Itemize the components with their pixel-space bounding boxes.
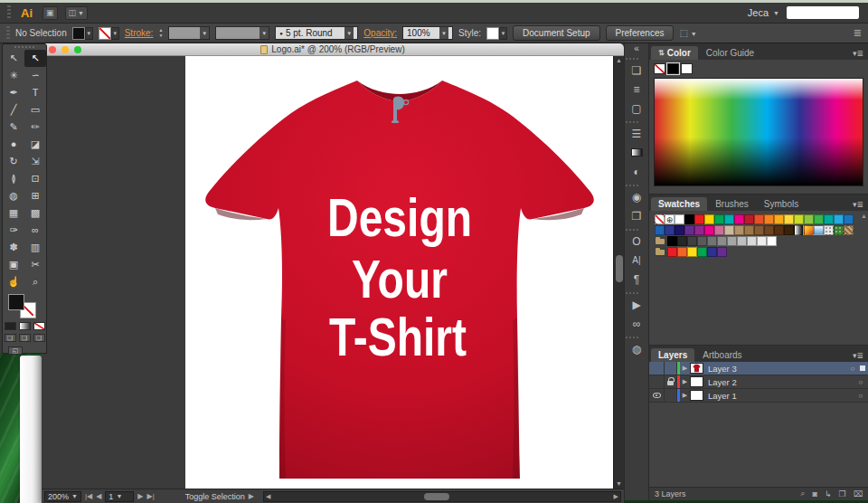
swatch-group-folder-icon[interactable] [655,247,667,257]
cycle-color-icon[interactable]: ⇅ [658,49,665,57]
gradient-mode-button[interactable] [19,322,31,330]
swatch[interactable] [675,225,684,235]
document-titlebar[interactable]: Logo.ai* @ 200% (RGB/Preview) [42,43,624,56]
style-control[interactable]: ▼ [486,27,507,40]
swatch-pat-dots[interactable] [824,225,834,235]
chevron-down-icon[interactable]: ▼ [259,27,269,39]
blend-tool[interactable]: ∞ [24,222,46,239]
tab-symbols[interactable]: Symbols [757,197,806,211]
layer-target-icon[interactable]: ○ [854,378,868,386]
layer-thumbnail[interactable] [690,363,703,374]
preferences-button[interactable]: Preferences [606,25,675,41]
swatch-none[interactable] [655,214,665,224]
swatch[interactable] [757,236,767,246]
scroll-up-icon[interactable]: ▲ [616,56,622,65]
width-profile-select[interactable]: ▼ [215,26,269,40]
gradient-panel-button[interactable] [626,143,647,162]
horizontal-scroll-thumb[interactable] [424,493,449,500]
stroke-weight-stepper[interactable]: ▲▼ [158,28,163,38]
swatch[interactable] [774,214,784,224]
stroke-color-control[interactable]: ▼ [99,27,119,40]
none-mode-button[interactable] [33,322,45,330]
disclosure-triangle-icon[interactable]: ▶ [680,378,690,385]
swatch[interactable] [697,236,707,246]
hand-tool[interactable]: ☝ [3,273,24,290]
opentype-panel-button[interactable]: O [626,232,647,251]
swatch[interactable] [744,214,754,224]
scroll-left-icon[interactable]: ◀ [266,492,270,501]
layer-target-icon[interactable]: ○ [845,365,860,373]
document-setup-button[interactable]: Document Setup [513,25,600,41]
brush-definition-select[interactable]: ●5 pt. Round▼ [275,26,358,40]
swatch[interactable] [754,214,764,224]
swatch[interactable] [717,247,727,257]
swatch[interactable] [764,214,774,224]
layer-visibility-toggle[interactable] [649,375,665,388]
chevron-down-icon[interactable]: ▼ [200,27,209,39]
character-panel-button[interactable]: A| [626,251,647,270]
swatch[interactable] [834,214,844,224]
artboard[interactable]: Design Your T-Shirt [185,56,613,489]
stroke-swatch-none[interactable] [99,27,111,40]
opacity-panel-link[interactable]: Opacity: [363,28,397,38]
layer-lock-toggle[interactable] [665,389,677,402]
swatch[interactable] [814,214,824,224]
swatch-grad-warm[interactable] [804,225,814,235]
swatch[interactable] [774,225,784,235]
swatch[interactable] [767,236,777,246]
swatch[interactable] [677,236,687,246]
swatch[interactable] [707,236,717,246]
slice-tool[interactable]: ✂ [24,256,46,273]
tab-color-guide[interactable]: Color Guide [699,46,761,60]
status-flyout-icon[interactable]: ▶ [249,492,254,500]
swatch[interactable] [684,214,694,224]
screen-mode-button[interactable]: ◱ [8,346,23,355]
chevron-down-icon[interactable]: ▼ [344,27,354,39]
color-none-swatch[interactable] [654,63,665,74]
go-to-bridge-button[interactable]: ▣ [42,6,58,20]
swatch[interactable] [794,214,804,224]
color-mode-button[interactable] [5,322,16,330]
first-artboard-button[interactable]: |◀ [85,492,92,500]
swatch[interactable] [747,236,757,246]
swatch[interactable] [784,214,794,224]
symbol-sprayer-tool[interactable]: ✽ [3,239,24,256]
shape-builder-tool[interactable]: ◍ [3,187,24,204]
perspective-grid-tool[interactable]: ⊞ [24,187,46,204]
swatch[interactable] [667,236,677,246]
links-panel-button[interactable]: ∞ [626,314,647,333]
swatch[interactable] [844,214,854,224]
swatch[interactable] [655,225,665,235]
vertical-scroll-thumb[interactable] [616,255,623,282]
artboard-tool[interactable]: ▣ [3,256,24,273]
layer-visibility-toggle[interactable] [649,362,665,375]
transform-panel-button[interactable]: ▢ [626,99,647,118]
color-black-swatch[interactable] [667,63,679,74]
swatch[interactable] [667,247,677,257]
locate-object-icon[interactable]: ⌕ [801,489,806,498]
arrange-documents-button[interactable]: ◫ ▼ [65,6,88,20]
width-tool[interactable]: ≬ [3,170,24,187]
free-transform-tool[interactable]: ⊡ [24,170,46,187]
swatch-pat-tex[interactable] [844,225,854,235]
canvas-pasteboard[interactable]: Design Your T-Shirt ▲ ▼ [42,56,624,489]
delete-layer-icon[interactable]: ⌧ [854,489,863,498]
swatch[interactable] [704,214,714,224]
swatch[interactable] [754,225,764,235]
layer-name[interactable]: Layer 3 [708,364,845,374]
swatch[interactable] [784,225,794,235]
layer-name[interactable]: Layer 2 [708,377,854,387]
swatch[interactable] [727,236,737,246]
select-similar-button[interactable]: ⬚ ▼ [679,28,696,38]
style-swatch[interactable] [486,27,499,40]
swatch-pat-leaf[interactable] [834,225,844,235]
chevron-down-icon[interactable]: ▼ [439,27,448,39]
swatch[interactable] [714,214,724,224]
stroke-panel-link[interactable]: Stroke: [125,28,154,38]
type-tool[interactable]: T [24,84,46,101]
fill-color-indicator[interactable] [8,294,24,310]
scale-tool[interactable]: ⇲ [24,153,46,170]
draw-inside-button[interactable]: ❏ [33,334,45,342]
horizontal-scrollbar[interactable]: ◀ ▶ [263,491,621,502]
panel-menu-icon[interactable]: ▾≣ [850,349,866,362]
